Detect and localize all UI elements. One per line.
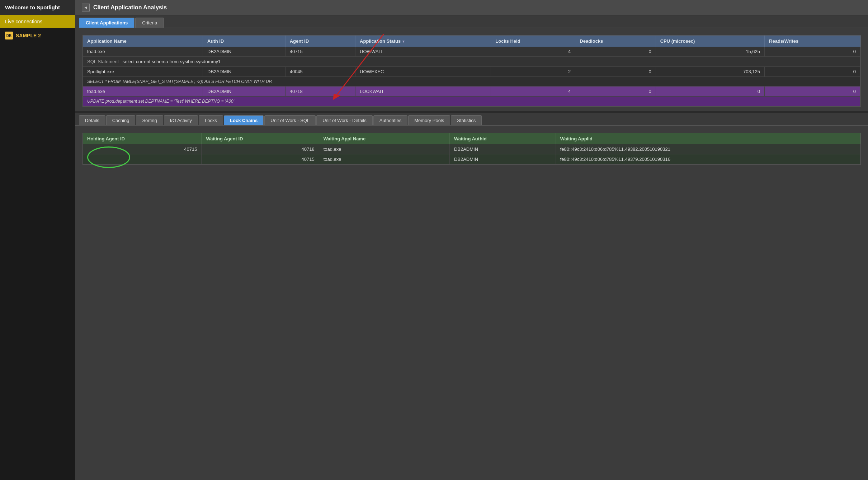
lower-table-header: Holding Agent IDWaiting Agent IDWaiting … — [83, 133, 860, 144]
sql-statement-cell: UPDATE prod.department set DEPTNAME = 'T… — [83, 97, 860, 106]
lower-cell-waiting-agent-id: 40718 — [202, 144, 319, 154]
col-agent-id: Agent ID — [285, 36, 355, 47]
upper-table-body: toad.exeDB2ADMIN40715UOWWAIT4015,6250SQL… — [83, 47, 860, 106]
col-cpu-microsec-: CPU (microsec) — [656, 36, 764, 47]
cell-reads-writes: 0 — [765, 67, 860, 77]
lower-cell-waiting-appl-name: toad.exe — [319, 144, 449, 154]
cell-reads-writes: 0 — [765, 47, 860, 57]
lower-table-container: Holding Agent IDWaiting Agent IDWaiting … — [82, 133, 861, 165]
table-row[interactable]: Spotlight.exeDB2ADMIN40045UOWEXEC20703,1… — [83, 67, 860, 77]
main-content: ◄ Client Application Analysis Client App… — [75, 0, 868, 480]
sidebar: Welcome to Spotlight Live connections DB… — [0, 0, 75, 480]
lower-cell-holding-agent-id — [83, 154, 202, 164]
bottom-tab-locks[interactable]: Locks — [199, 115, 223, 125]
bottom-tab-authorities[interactable]: Authorities — [373, 115, 407, 125]
cell-reads-writes: 0 — [765, 87, 860, 97]
cell-locks-held: 4 — [491, 87, 575, 97]
cell-auth-id: DB2ADMIN — [203, 47, 286, 57]
bottom-tab-i/o-activity[interactable]: I/O Activity — [164, 115, 198, 125]
table-row[interactable]: toad.exeDB2ADMIN40715UOWWAIT4015,6250 — [83, 47, 860, 57]
cell-cpu-microsec-: 703,125 — [656, 67, 764, 77]
col-application-name: Application Name — [83, 36, 203, 47]
sql-row: SELECT * FROM TABLE(SNAP_GET_STMT('SAMPL… — [83, 77, 860, 87]
table-row[interactable]: 4071540718toad.exeDB2ADMINfe80::49c3:241… — [83, 144, 860, 154]
lower-col-waiting-authid: Waiting Authid — [449, 133, 556, 144]
table-row[interactable]: toad.exeDB2ADMIN40718LOCKWAIT4000 — [83, 87, 860, 97]
lower-cell-waiting-appl-name: toad.exe — [319, 154, 449, 164]
lower-header-row: Holding Agent IDWaiting Agent IDWaiting … — [83, 133, 860, 144]
cell-deadlocks: 0 — [575, 87, 656, 97]
lower-cell-waiting-applid: fe80::49c3:2410:d06:d785%11.49382.200510… — [556, 144, 860, 154]
col-reads-writes: Reads/Writes — [765, 36, 860, 47]
sql-row: SQL Statementselect current schema from … — [83, 57, 860, 67]
lower-col-holding-agent-id: Holding Agent ID — [83, 133, 202, 144]
lower-cell-holding-agent-id: 40715 — [83, 144, 202, 154]
table-row[interactable]: 40715toad.exeDB2ADMINfe80::49c3:2410:d06… — [83, 154, 860, 164]
bottom-tab-caching[interactable]: Caching — [106, 115, 136, 125]
col-deadlocks: Deadlocks — [575, 36, 656, 47]
lower-table: Holding Agent IDWaiting Agent IDWaiting … — [83, 133, 860, 164]
cell-agent-id: 40715 — [285, 47, 355, 57]
col-locks-held: Locks Held — [491, 36, 575, 47]
cell-locks-held: 4 — [491, 47, 575, 57]
cell-locks-held: 2 — [491, 67, 575, 77]
lower-col-waiting-appl-name: Waiting Appl Name — [319, 133, 449, 144]
page-title: Client Application Analysis — [93, 4, 167, 11]
lower-cell-waiting-authid: DB2ADMIN — [449, 154, 556, 164]
sql-row: UPDATE prod.department set DEPTNAME = 'T… — [83, 97, 860, 106]
lower-cell-waiting-applid: fe80::49c3:2410:d06:d785%11.49379.200510… — [556, 154, 860, 164]
upper-table-header: Application NameAuth IDAgent IDApplicati… — [83, 36, 860, 47]
back-button[interactable]: ◄ — [82, 4, 90, 11]
sidebar-sample-item[interactable]: DB SAMPLE 2 — [0, 28, 75, 43]
bottom-tab-statistics[interactable]: Statistics — [451, 115, 482, 125]
sql-statement-cell: SELECT * FROM TABLE(SNAP_GET_STMT('SAMPL… — [83, 77, 860, 87]
cell-application-name: toad.exe — [83, 47, 203, 57]
bottom-tab-lock-chains[interactable]: Lock Chains — [224, 115, 264, 125]
upper-table: Application NameAuth IDAgent IDApplicati… — [83, 36, 860, 106]
title-bar: ◄ Client Application Analysis — [75, 0, 868, 15]
header-row: Application NameAuth IDAgent IDApplicati… — [83, 36, 860, 47]
sidebar-title: Welcome to Spotlight — [0, 0, 75, 15]
bottom-tab-sorting[interactable]: Sorting — [136, 115, 163, 125]
bottom-tab-memory-pools[interactable]: Memory Pools — [408, 115, 450, 125]
sql-statement-cell: SQL Statementselect current schema from … — [83, 57, 860, 67]
tab-criteria[interactable]: Criteria — [135, 18, 164, 28]
cell-application-status: UOWEXEC — [355, 67, 491, 77]
cell-agent-id: 40045 — [285, 67, 355, 77]
cell-deadlocks: 0 — [575, 67, 656, 77]
col-auth-id: Auth ID — [203, 36, 286, 47]
cell-cpu-microsec-: 15,625 — [656, 47, 764, 57]
cell-auth-id: DB2ADMIN — [203, 87, 286, 97]
lower-col-waiting-applid: Waiting Applid — [556, 133, 860, 144]
lower-cell-waiting-authid: DB2ADMIN — [449, 144, 556, 154]
upper-table-container: Application NameAuth IDAgent IDApplicati… — [82, 35, 861, 107]
top-tab-bar: Client ApplicationsCriteria — [75, 15, 868, 28]
cell-agent-id: 40718 — [285, 87, 355, 97]
bottom-tab-unit-of-work-sql[interactable]: Unit of Work - SQL — [264, 115, 316, 125]
cell-application-name: toad.exe — [83, 87, 203, 97]
sidebar-live-connections[interactable]: Live connections — [0, 15, 75, 28]
cell-application-status: UOWWAIT — [355, 47, 491, 57]
lower-col-waiting-agent-id: Waiting Agent ID — [202, 133, 319, 144]
cell-application-status: LOCKWAIT — [355, 87, 491, 97]
lower-cell-waiting-agent-id: 40715 — [202, 154, 319, 164]
upper-section: Application NameAuth IDAgent IDApplicati… — [75, 28, 868, 110]
lower-table-body: 4071540718toad.exeDB2ADMINfe80::49c3:241… — [83, 144, 860, 164]
bottom-tab-details[interactable]: Details — [79, 115, 105, 125]
cell-application-name: Spotlight.exe — [83, 67, 203, 77]
section-divider — [75, 110, 868, 113]
lower-section: Holding Agent IDWaiting Agent IDWaiting … — [75, 126, 868, 480]
tab-client-applications[interactable]: Client Applications — [79, 18, 135, 28]
bottom-tab-bar: DetailsCachingSortingI/O ActivityLocksLo… — [75, 113, 868, 126]
cell-cpu-microsec-: 0 — [656, 87, 764, 97]
cell-auth-id: DB2ADMIN — [203, 67, 286, 77]
bottom-tab-unit-of-work-details[interactable]: Unit of Work - Details — [316, 115, 373, 125]
sidebar-sample-label: SAMPLE 2 — [16, 33, 41, 38]
cell-deadlocks: 0 — [575, 47, 656, 57]
database-icon: DB — [5, 32, 13, 39]
col-application-status: Application Status — [355, 36, 491, 47]
